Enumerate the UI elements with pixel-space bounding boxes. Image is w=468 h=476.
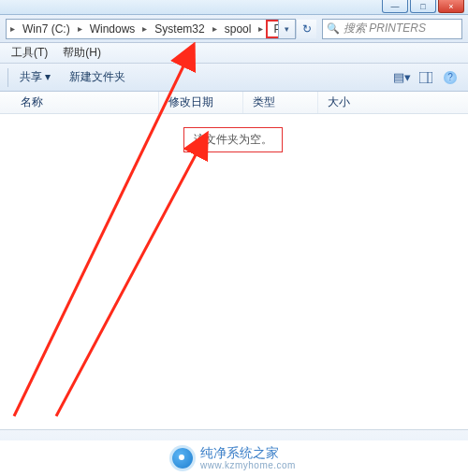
svg-rect-0 [419, 72, 432, 83]
breadcrumb-item[interactable]: spool [219, 20, 256, 38]
pane-icon [419, 72, 432, 83]
breadcrumb-item[interactable]: System32 [149, 20, 208, 38]
watermark-url: www.kzmyhome.com [200, 460, 296, 470]
file-list-area[interactable]: 该文件夹为空。 [0, 114, 468, 430]
menu-bar: 工具(T) 帮助(H) [0, 43, 468, 64]
column-name[interactable]: 名称 [0, 92, 159, 113]
breadcrumb[interactable]: ▸ Win7 (C:) ▸ Windows ▸ System32 ▸ spool… [6, 19, 279, 39]
column-date[interactable]: 修改日期 [159, 92, 243, 113]
maximize-button[interactable]: □ [410, 0, 436, 13]
chevron-right-icon: ▸ [74, 23, 84, 34]
empty-folder-message: 该文件夹为空。 [183, 127, 283, 152]
column-size[interactable]: 大小 [318, 92, 468, 113]
help-button[interactable]: ? [438, 67, 462, 88]
toolbar-separator [7, 68, 8, 87]
new-folder-label: 新建文件夹 [69, 69, 125, 85]
preview-pane-button[interactable] [414, 67, 438, 88]
chevron-right-icon: ▸ [7, 23, 17, 34]
close-button[interactable]: × [438, 0, 464, 13]
view-options-button[interactable]: ▤ ▾ [389, 67, 414, 88]
share-button[interactable]: 共享 ▾ [10, 67, 60, 88]
toolbar: 共享 ▾ 新建文件夹 ▤ ▾ ? [0, 64, 468, 92]
share-label: 共享 ▾ [20, 69, 51, 85]
breadcrumb-item[interactable]: Windows [84, 20, 139, 38]
search-placeholder: 搜索 PRINTERS [344, 21, 426, 36]
refresh-button[interactable]: ↻ [296, 20, 316, 38]
address-row: ▸ Win7 (C:) ▸ Windows ▸ System32 ▸ spool… [0, 15, 468, 43]
menu-tools[interactable]: 工具(T) [4, 45, 55, 61]
chevron-right-icon: ▸ [255, 23, 265, 34]
breadcrumb-item-current[interactable]: PRINTERS [266, 20, 279, 38]
watermark-title: 纯净系统之家 [200, 446, 296, 460]
column-type[interactable]: 类型 [243, 92, 318, 113]
column-headers: 名称 修改日期 类型 大小 [0, 92, 468, 114]
chevron-right-icon: ▸ [139, 23, 149, 34]
watermark: 纯净系统之家 www.kzmyhome.com [0, 440, 468, 476]
chevron-down-icon: ▾ [404, 70, 411, 84]
menu-help[interactable]: 帮助(H) [55, 45, 109, 61]
address-dropdown[interactable]: ▾ [279, 19, 296, 39]
search-icon: 🔍 [327, 22, 340, 35]
chevron-right-icon: ▸ [209, 23, 219, 34]
new-folder-button[interactable]: 新建文件夹 [60, 67, 135, 88]
help-icon: ? [444, 71, 457, 84]
minimize-button[interactable]: — [382, 0, 408, 13]
view-icon: ▤ [393, 70, 404, 84]
breadcrumb-item[interactable]: Win7 (C:) [17, 20, 74, 38]
watermark-logo-icon [172, 448, 193, 469]
search-input[interactable]: 🔍 搜索 PRINTERS [322, 19, 462, 39]
window-titlebar: — □ × [0, 0, 468, 15]
